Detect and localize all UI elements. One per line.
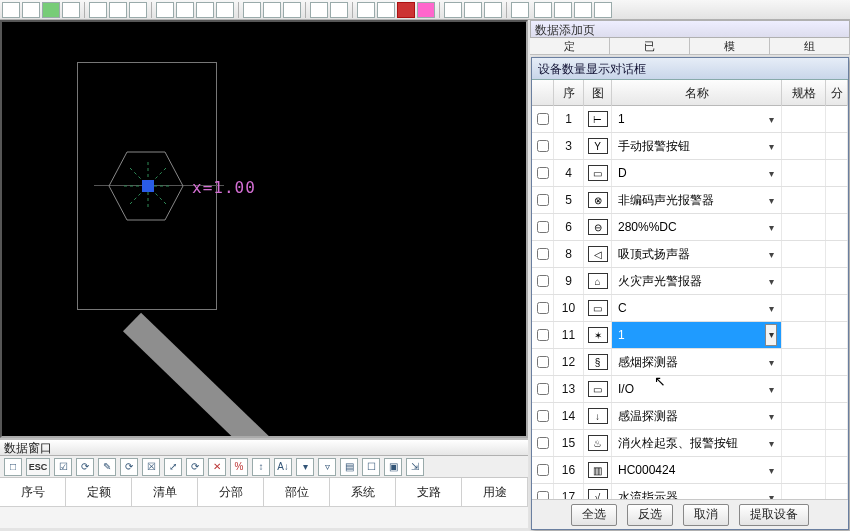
row-name-cell[interactable]: 消火栓起泵、报警按钮▾ (612, 430, 782, 456)
dw-tool-btn[interactable]: % (230, 458, 248, 476)
dw-tool-btn[interactable]: ☐ (362, 458, 380, 476)
dialog-button[interactable]: 反选 (627, 504, 673, 526)
dropdown-icon[interactable]: ▾ (765, 168, 777, 179)
row-checkbox[interactable] (532, 457, 554, 483)
tool-btn[interactable] (62, 2, 80, 18)
tool-btn[interactable] (2, 2, 20, 18)
tool-btn[interactable] (377, 2, 395, 18)
table-row[interactable]: 13▭I/O▾ (532, 376, 848, 403)
row-name-cell[interactable]: 吸顶式扬声器▾ (612, 241, 782, 267)
tool-btn[interactable] (534, 2, 552, 18)
table-row[interactable]: 16▥HC000424▾ (532, 457, 848, 484)
table-row[interactable]: 9⌂火灾声光警报器▾ (532, 268, 848, 295)
tool-btn[interactable] (484, 2, 502, 18)
table-row[interactable]: 14↓感温探测器▾ (532, 403, 848, 430)
tool-btn[interactable] (554, 2, 572, 18)
row-name-cell[interactable]: 水流指示器▾ (612, 484, 782, 499)
header-icon[interactable]: 图 (584, 80, 612, 106)
row-name-cell[interactable]: C▾ (612, 295, 782, 321)
dw-tool-btn[interactable]: ✕ (208, 458, 226, 476)
dialog-button[interactable]: 全选 (571, 504, 617, 526)
row-checkbox[interactable] (532, 403, 554, 429)
row-name-cell[interactable]: 感温探测器▾ (612, 403, 782, 429)
table-row[interactable]: 8◁吸顶式扬声器▾ (532, 241, 848, 268)
table-row[interactable]: 10▭C▾ (532, 295, 848, 322)
row-name-cell[interactable]: 火灾声光警报器▾ (612, 268, 782, 294)
header-cat[interactable]: 分 (826, 80, 848, 106)
tool-btn[interactable] (129, 2, 147, 18)
row-checkbox[interactable] (532, 484, 554, 499)
dw-tool-btn[interactable]: ⟳ (120, 458, 138, 476)
dw-tab[interactable]: 支路 (396, 478, 462, 506)
table-row[interactable]: 12§感烟探测器▾ (532, 349, 848, 376)
side-button[interactable]: 组 (770, 38, 850, 54)
dropdown-icon[interactable]: ▾ (765, 411, 777, 422)
row-name-cell[interactable]: D▾ (612, 160, 782, 186)
dw-tool-btn[interactable]: ⤢ (164, 458, 182, 476)
row-checkbox[interactable] (532, 295, 554, 321)
row-checkbox[interactable] (532, 106, 554, 132)
tool-btn[interactable] (511, 2, 529, 18)
dropdown-icon[interactable]: ▾ (765, 276, 777, 287)
dw-tab[interactable]: 分部 (198, 478, 264, 506)
tool-btn[interactable] (594, 2, 612, 18)
tool-btn[interactable] (89, 2, 107, 18)
dw-tab[interactable]: 序号 (0, 478, 66, 506)
dw-tool-btn[interactable]: ⇲ (406, 458, 424, 476)
row-checkbox[interactable] (532, 349, 554, 375)
side-button[interactable]: 已 (610, 38, 690, 54)
tool-btn[interactable] (109, 2, 127, 18)
dropdown-icon[interactable]: ▾ (765, 324, 777, 346)
tool-btn[interactable] (176, 2, 194, 18)
dw-tool-btn[interactable]: ⟳ (76, 458, 94, 476)
row-checkbox[interactable] (532, 376, 554, 402)
tool-btn[interactable] (156, 2, 174, 18)
table-row[interactable]: 1⊢1▾ (532, 106, 848, 133)
dropdown-icon[interactable]: ▾ (765, 114, 777, 125)
table-row[interactable]: 6⊖280%%DC▾ (532, 214, 848, 241)
tool-btn[interactable] (397, 2, 415, 18)
dw-tab[interactable]: 部位 (264, 478, 330, 506)
dropdown-icon[interactable]: ▾ (765, 222, 777, 233)
table-row[interactable]: 3Y手动报警按钮▾ (532, 133, 848, 160)
table-row[interactable]: 15♨消火栓起泵、报警按钮▾ (532, 430, 848, 457)
dw-tool-btn[interactable]: ↕ (252, 458, 270, 476)
dw-tool-btn[interactable]: A↓ (274, 458, 292, 476)
tool-btn[interactable] (196, 2, 214, 18)
dialog-button[interactable]: 取消 (683, 504, 729, 526)
tool-btn[interactable] (263, 2, 281, 18)
dialog-body[interactable]: 1⊢1▾3Y手动报警按钮▾4▭D▾5⊗非编码声光报警器▾6⊖280%%DC▾8◁… (532, 106, 848, 499)
dw-tool-btn[interactable]: ☑ (54, 458, 72, 476)
tool-btn[interactable] (310, 2, 328, 18)
row-checkbox[interactable] (532, 241, 554, 267)
row-checkbox[interactable] (532, 430, 554, 456)
tool-btn[interactable] (417, 2, 435, 18)
row-checkbox[interactable] (532, 133, 554, 159)
tool-btn[interactable] (42, 2, 60, 18)
dw-tab[interactable]: 系统 (330, 478, 396, 506)
dw-tool-btn[interactable]: ESC (26, 458, 50, 476)
header-seq[interactable]: 序 (554, 80, 584, 106)
dropdown-icon[interactable]: ▾ (765, 438, 777, 449)
table-row[interactable]: 17√水流指示器▾ (532, 484, 848, 499)
dropdown-icon[interactable]: ▾ (765, 492, 777, 500)
dw-tool-btn[interactable]: ▿ (318, 458, 336, 476)
tool-btn[interactable] (216, 2, 234, 18)
dropdown-icon[interactable]: ▾ (765, 249, 777, 260)
row-name-cell[interactable]: 1▾ (612, 322, 782, 348)
row-checkbox[interactable] (532, 187, 554, 213)
dropdown-icon[interactable]: ▾ (765, 384, 777, 395)
row-name-cell[interactable]: HC000424▾ (612, 457, 782, 483)
side-button[interactable]: 定 (530, 38, 610, 54)
row-checkbox[interactable] (532, 322, 554, 348)
header-spec[interactable]: 规格 (782, 80, 826, 106)
dw-tool-btn[interactable]: ▤ (340, 458, 358, 476)
dropdown-icon[interactable]: ▾ (765, 141, 777, 152)
tool-btn[interactable] (283, 2, 301, 18)
table-row[interactable]: 4▭D▾ (532, 160, 848, 187)
row-name-cell[interactable]: 1▾ (612, 106, 782, 132)
dw-tool-btn[interactable]: ⟳ (186, 458, 204, 476)
row-name-cell[interactable]: 非编码声光报警器▾ (612, 187, 782, 213)
tool-btn[interactable] (357, 2, 375, 18)
row-name-cell[interactable]: 手动报警按钮▾ (612, 133, 782, 159)
